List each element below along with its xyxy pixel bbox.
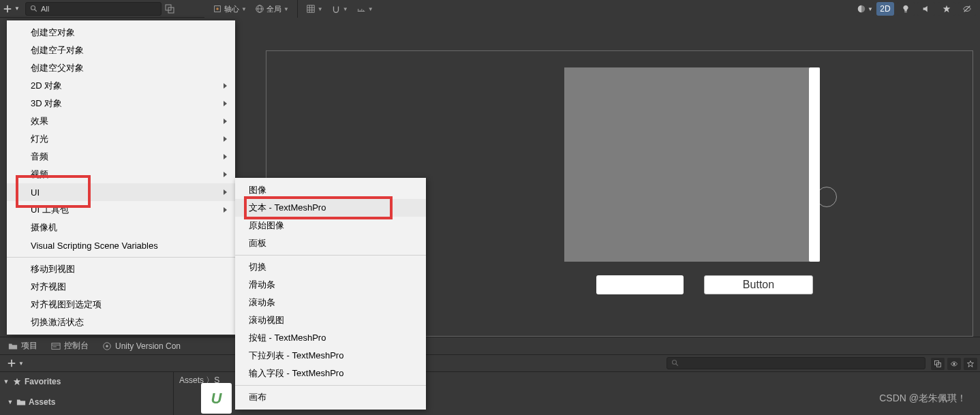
tree-favorites[interactable]: ▼ Favorites (0, 375, 173, 388)
globe-icon (255, 4, 264, 14)
star-icon (966, 360, 975, 368)
project-content: ▼ Favorites ▼ Assets Assets 〉S (0, 372, 980, 415)
audio-icon (921, 4, 931, 14)
draw-mode-button[interactable]: ▼ (856, 2, 874, 16)
submenu-item[interactable]: 输入字段 - TextMeshPro (235, 365, 426, 382)
menu-item[interactable]: 音频 (7, 148, 235, 166)
divider (297, 0, 298, 18)
submenu-item[interactable]: 滑动条 (235, 276, 426, 294)
create-dropdown[interactable]: ▼ (0, 4, 22, 14)
increment-snap-dropdown[interactable]: ▼ (352, 2, 378, 16)
menu-item[interactable]: Visual Scripting Scene Variables (7, 236, 235, 254)
menu-item[interactable]: 创建空子对象 (7, 42, 235, 59)
menu-item[interactable]: 视频 (7, 166, 235, 183)
menu-item[interactable]: UI 工具包 (7, 201, 235, 219)
svg-line-1 (35, 9, 37, 11)
tab-console[interactable]: 控制台 (46, 339, 94, 354)
submenu-item[interactable]: 原始图像 (235, 217, 426, 234)
fx-icon (942, 4, 951, 14)
global-dropdown[interactable]: 全局 ▼ (251, 2, 293, 16)
fx-toggle[interactable] (938, 2, 955, 16)
twisty-icon[interactable]: ▼ (3, 378, 10, 385)
submenu-item[interactable]: 滚动条 (235, 294, 426, 311)
project-tree[interactable]: ▼ Favorites ▼ Assets (0, 372, 174, 415)
scene-picker-icon[interactable] (164, 3, 175, 14)
ui-panel[interactable] (564, 67, 820, 262)
search-icon (30, 5, 38, 13)
menu-item[interactable]: 移动到视图 (7, 260, 235, 278)
ui-submenu[interactable]: 图像文本 - TextMeshPro原始图像面板切换滑动条滚动条滚动视图按钮 -… (235, 178, 426, 410)
ui-handle-circle[interactable] (816, 187, 837, 207)
submenu-item[interactable]: 滚动视图 (235, 311, 426, 329)
tab-project[interactable]: 项目 (3, 339, 43, 354)
uvc-icon (102, 341, 112, 351)
submenu-item[interactable]: 按钮 - TextMeshPro (235, 329, 426, 347)
grid-snap-dropdown[interactable]: ▼ (302, 2, 327, 16)
lighting-toggle[interactable] (897, 2, 915, 16)
asset-thumbnail[interactable]: U (201, 383, 232, 414)
pivot-dropdown[interactable]: 轴心 ▼ (209, 2, 251, 16)
menu-item[interactable]: 对齐视图到选定项 (7, 296, 235, 313)
global-label: 全局 (266, 4, 281, 14)
svg-rect-17 (52, 343, 60, 349)
submenu-item[interactable]: 文本 - TextMeshPro (235, 199, 426, 217)
menu-item[interactable]: 摄像机 (7, 219, 235, 236)
twisty-icon[interactable]: ▼ (7, 399, 14, 405)
tree-label: Favorites (25, 377, 61, 386)
scene-view-tools: ▼ 2D (844, 2, 976, 16)
gizmo-visibility-button[interactable] (958, 2, 976, 16)
ui-scrollbar[interactable] (809, 67, 820, 262)
pivot-label: 轴心 (224, 4, 239, 14)
search-by-type-button[interactable] (931, 358, 945, 370)
chevron-down-icon: ▼ (14, 5, 20, 12)
tab-version-control[interactable]: Unity Version Con (97, 339, 186, 354)
svg-rect-15 (904, 12, 907, 12)
save-filter-button[interactable] (964, 358, 977, 370)
menu-item[interactable]: 效果 (7, 112, 235, 130)
menu-item[interactable]: 创建空父对象 (7, 59, 235, 77)
scene-toolbar: 轴心 ▼ 全局 ▼ ▼ ▼ ▼ ▼ 2D (204, 0, 980, 18)
submenu-item[interactable]: 切换 (235, 258, 426, 276)
chevron-down-icon: ▼ (368, 6, 373, 12)
submenu-item[interactable]: 图像 (235, 181, 426, 199)
snap-dropdown[interactable]: ▼ (327, 2, 352, 16)
menu-item[interactable]: 创建空对象 (7, 24, 235, 42)
hidden-packages-button[interactable] (947, 358, 961, 370)
menu-item[interactable]: UI (7, 183, 235, 201)
console-icon (51, 341, 61, 351)
eye-icon (950, 360, 958, 368)
svg-line-23 (676, 364, 678, 366)
menu-item[interactable]: 3D 对象 (7, 95, 235, 112)
2d-toggle[interactable]: 2D (876, 2, 894, 16)
svg-point-21 (106, 345, 108, 348)
tree-assets[interactable]: ▼ Assets (0, 395, 173, 409)
search-input[interactable] (41, 5, 157, 13)
project-panel: 项目 控制台 Unity Version Con ▼ ▼ (0, 337, 980, 415)
watermark: CSDN @老朱佩琪！ (879, 393, 966, 405)
submenu-item[interactable]: 下拉列表 - TextMeshPro (235, 347, 426, 365)
grid-icon (306, 4, 316, 14)
svg-point-26 (953, 363, 955, 365)
svg-point-0 (31, 5, 35, 10)
menu-item[interactable]: 切换激活状态 (7, 313, 235, 331)
menu-item[interactable]: 2D 对象 (7, 77, 235, 95)
project-create-dropdown[interactable]: ▼ (4, 358, 27, 368)
context-menu[interactable]: 创建空对象创建空子对象创建空父对象2D 对象3D 对象效果灯光音频视频UIUI … (7, 20, 235, 335)
tab-label: Unity Version Con (115, 341, 181, 351)
chevron-down-icon: ▼ (868, 6, 873, 12)
menu-item[interactable]: 灯光 (7, 130, 235, 148)
ui-inputfield[interactable] (596, 275, 684, 294)
submenu-item[interactable]: 画布 (235, 388, 426, 406)
svg-point-4 (216, 7, 219, 10)
project-search[interactable] (667, 357, 925, 369)
menu-item[interactable]: 对齐视图 (7, 278, 235, 296)
search-icon (671, 359, 679, 367)
svg-point-22 (673, 360, 677, 365)
hierarchy-search[interactable] (25, 2, 162, 16)
ui-button[interactable]: Button (704, 275, 813, 294)
ruler-icon (356, 4, 366, 14)
chevron-down-icon: ▼ (18, 360, 24, 367)
audio-toggle[interactable] (917, 2, 935, 16)
submenu-item[interactable]: 面板 (235, 234, 426, 252)
ui-button-label: Button (743, 279, 774, 291)
